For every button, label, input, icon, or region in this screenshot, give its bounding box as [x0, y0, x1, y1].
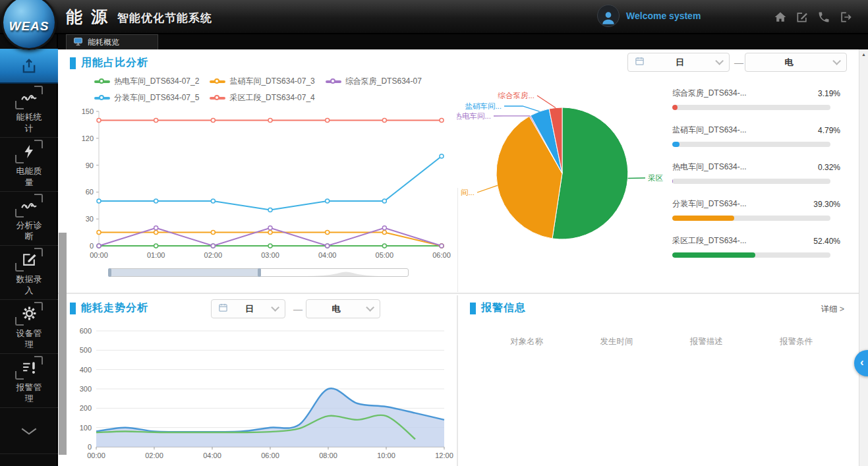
- chevron-down-icon: [715, 57, 724, 65]
- app-title-main: 能 源: [66, 6, 109, 28]
- data-zoom-left-handle[interactable]: [108, 268, 111, 277]
- svg-text:02:00: 02:00: [145, 451, 163, 459]
- proportion-row: 热电车间_DTS634-...0.32%: [672, 161, 840, 184]
- line-chart-legend: 热电车间_DTS634-07_2盐硝车间_DTS634-07_3综合泵房_DTS…: [94, 76, 469, 103]
- svg-text:120: 120: [82, 134, 94, 142]
- alarm-column-header: 报警描述: [662, 336, 751, 347]
- vertical-scrollbar[interactable]: ▲: [859, 49, 868, 466]
- usage-line-chart-canvas[interactable]: 030609012015000:0001:0002:0003:0004:0005…: [71, 103, 452, 266]
- svg-text:盐硝车间...: 盐硝车间...: [465, 102, 502, 110]
- alarm-column-header: 报警条件: [751, 336, 841, 347]
- overview-icon: [19, 56, 39, 76]
- app-title-sub: 智能优化节能系统: [117, 11, 212, 26]
- sidebar-item-power-quality[interactable]: 电能质量: [0, 138, 58, 192]
- usage-panel-title: 用能占比分析: [81, 56, 148, 70]
- trend-type-select[interactable]: 电: [306, 299, 380, 318]
- data-zoom-slider[interactable]: [109, 268, 409, 277]
- svg-text:间...: 间...: [461, 189, 475, 196]
- svg-text:300: 300: [80, 385, 92, 393]
- tab-bar: 能耗概览: [58, 34, 868, 49]
- calendar-icon: [218, 303, 228, 315]
- phone-icon[interactable]: [817, 11, 830, 24]
- sidebar-item-label: 设备管理: [14, 328, 44, 350]
- svg-text:60: 60: [86, 188, 94, 196]
- title-marker: [70, 303, 76, 314]
- usage-type-value: 电: [745, 57, 832, 69]
- trend-panel: 能耗走势分析 日 — 电 010020030040050060000:0002:…: [58, 295, 458, 466]
- sidebar-item-device-mgmt[interactable]: 设备管理: [0, 300, 58, 354]
- sidebar-item-expand[interactable]: [0, 408, 58, 454]
- analysis-icon: [19, 196, 39, 216]
- title-marker: [70, 57, 76, 69]
- power-quality-icon: [19, 142, 39, 161]
- svg-text:04:00: 04:00: [318, 251, 337, 259]
- chevron-down-icon: [19, 421, 39, 441]
- svg-text:150: 150: [82, 107, 94, 115]
- alarm-column-header: 发生时间: [571, 336, 661, 347]
- proportion-bar: [672, 252, 830, 258]
- chevron-down-icon: [832, 57, 841, 65]
- sidebar-item-data-entry[interactable]: 数据录入: [0, 246, 58, 300]
- trend-type-value: 电: [306, 303, 366, 315]
- usage-pie-chart-canvas[interactable]: 采区间...热电车间...盐硝车间...综合泵房...: [457, 86, 669, 277]
- proportion-bar: [672, 142, 830, 147]
- user-welcome[interactable]: Welcome system: [597, 5, 701, 27]
- trend-area-chart-canvas[interactable]: 010020030040050060000:0002:0004:0006:000…: [71, 324, 453, 464]
- sidebar-item-energy-stats[interactable]: 能耗统计: [0, 84, 58, 138]
- sidebar-item-analysis[interactable]: 分析诊断: [0, 192, 58, 246]
- edit-icon[interactable]: [796, 11, 809, 24]
- scrollbar-thumb[interactable]: [59, 233, 67, 455]
- device-mgmt-icon: [19, 304, 39, 324]
- svg-text:06:00: 06:00: [261, 451, 279, 459]
- svg-text:100: 100: [80, 424, 92, 432]
- proportion-bar: [672, 216, 830, 221]
- svg-text:200: 200: [80, 404, 92, 412]
- data-entry-icon: [19, 250, 39, 270]
- proportion-bar: [672, 105, 830, 110]
- legend-item[interactable]: 分装车间_DTS634-07_5: [94, 92, 199, 103]
- logout-icon[interactable]: [839, 11, 852, 24]
- usage-period-value: 日: [645, 57, 715, 69]
- proportion-row: 盐硝车间_DTS634-...4.79%: [672, 125, 840, 147]
- app-header: 能 源 智能优化节能系统 Welcome system: [0, 0, 868, 34]
- proportion-row: 综合泵房_DTS634-...3.19%: [672, 88, 840, 110]
- select-dash: —: [293, 304, 303, 314]
- sidebar-item-overview[interactable]: [0, 49, 58, 84]
- legend-item[interactable]: 盐硝车间_DTS634-07_3: [210, 76, 314, 87]
- svg-text:0: 0: [88, 443, 92, 451]
- svg-text:400: 400: [80, 366, 92, 374]
- sidebar-menu: 能耗统计电能质量分析诊断数据录入设备管理报警管理: [0, 34, 58, 466]
- svg-text:600: 600: [80, 327, 92, 335]
- sidebar-item-label: 能耗统计: [14, 111, 44, 134]
- chevron-right-icon: >: [840, 305, 844, 314]
- calendar-icon: [635, 56, 645, 69]
- usage-type-select[interactable]: 电: [745, 53, 847, 72]
- usage-period-select[interactable]: 日: [627, 53, 730, 72]
- trend-period-select[interactable]: 日: [211, 299, 285, 318]
- svg-text:热电车间...: 热电车间...: [457, 112, 491, 120]
- svg-text:90: 90: [86, 161, 94, 169]
- usage-proportion-panel: 用能占比分析 日 — 电 热电车间_DTS634-07_2盐硝车间_DTS634…: [58, 49, 859, 294]
- alarm-table-header: 对象名称发生时间报警描述报警条件: [482, 336, 841, 347]
- legend-item[interactable]: 综合泵房_DTS634-07: [326, 76, 422, 87]
- home-icon[interactable]: [774, 11, 787, 24]
- trend-period-value: 日: [228, 303, 271, 315]
- svg-text:03:00: 03:00: [261, 251, 279, 259]
- sidebar-item-alarm-mgmt[interactable]: 报警管理: [0, 354, 58, 408]
- data-zoom-selected-range[interactable]: [109, 269, 259, 276]
- svg-text:12:00: 12:00: [435, 451, 453, 459]
- tab-energy-overview[interactable]: 能耗概览: [66, 34, 158, 49]
- svg-text:综合泵房...: 综合泵房...: [497, 92, 535, 100]
- svg-text:采区: 采区: [648, 174, 664, 182]
- user-avatar-icon: [597, 5, 620, 27]
- legend-item[interactable]: 采区工段_DTS634-07_4: [210, 92, 314, 103]
- scrollbar-up-arrow[interactable]: ▲: [859, 49, 868, 59]
- svg-text:08:00: 08:00: [319, 451, 337, 459]
- alarm-detail-link[interactable]: 详细>: [821, 304, 844, 315]
- legend-item[interactable]: 热电车间_DTS634-07_2: [94, 76, 199, 87]
- proportion-bar: [672, 179, 830, 184]
- title-marker: [470, 303, 476, 314]
- data-zoom-right-handle[interactable]: [258, 268, 261, 277]
- chevron-down-icon: [366, 303, 374, 312]
- sidebar-item-label: 报警管理: [14, 382, 44, 404]
